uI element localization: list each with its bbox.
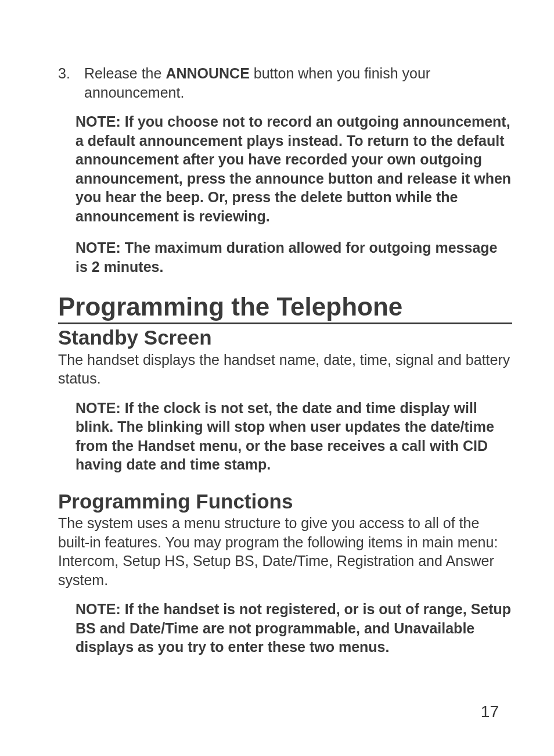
heading-programming-telephone: Programming the Telephone — [58, 293, 512, 324]
announce-label: ANNOUNCE — [166, 65, 249, 81]
heading-programming-functions: Programming Functions — [58, 490, 512, 513]
note-not-registered: NOTE: If the handset is not registered, … — [75, 600, 512, 657]
step-text-pre: Release the — [84, 65, 166, 81]
manual-page: 3. Release the ANNOUNCE button when you … — [0, 0, 554, 756]
step-body: Release the ANNOUNCE button when you fin… — [84, 64, 512, 102]
note-default-announcement: NOTE: If you choose not to record an out… — [75, 112, 512, 225]
heading-standby-screen: Standby Screen — [58, 327, 512, 349]
step-marker: 3. — [58, 64, 84, 102]
body-programming-functions: The system uses a menu structure to give… — [58, 514, 512, 589]
step-3: 3. Release the ANNOUNCE button when you … — [58, 64, 512, 102]
page-number: 17 — [481, 703, 499, 721]
note-clock-not-set: NOTE: If the clock is not set, the date … — [75, 399, 512, 474]
note-max-duration: NOTE: The maximum duration allowed for o… — [75, 238, 512, 276]
body-standby-screen: The handset displays the handset name, d… — [58, 350, 512, 388]
